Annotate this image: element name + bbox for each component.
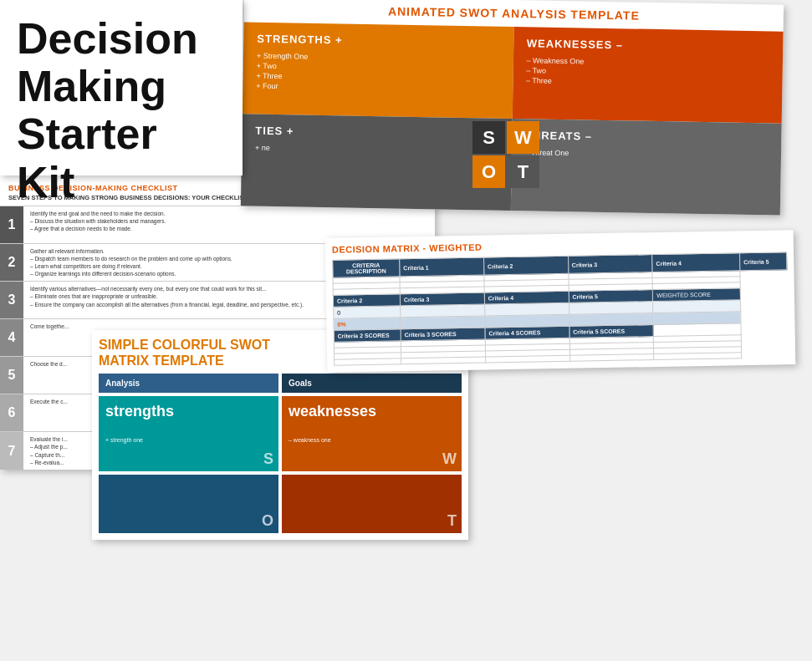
main-title: Decision Making Starter Kit (17, 15, 226, 206)
strengths-header: STRENGTHS + (257, 33, 500, 49)
checklist-num-5: 5 (0, 357, 23, 394)
criteria-2-header: Criteria 2 (483, 256, 568, 275)
s-letter: S (263, 450, 273, 468)
opportunity-item-1: + ne (255, 144, 498, 156)
main-container: ANIMATED SWOT ANALYSIS TEMPLATE STRENGTH… (0, 0, 812, 661)
criteria-5-header: Criteria 5 (739, 252, 786, 271)
criteria-2-row: Criteria 2 (333, 294, 400, 307)
percent-cell: 0% (334, 318, 401, 330)
title-panel: Decision Making Starter Kit (0, 0, 243, 175)
criteria-3-header: Criteria 3 (568, 255, 652, 274)
weaknesses-header: WEAKNESSES – (527, 37, 770, 53)
swot-strengths-cell: STRENGTHS + + Strength One + Two + Three… (243, 22, 513, 119)
score-label-2: Criteria 2 SCORES (334, 329, 401, 342)
swot-threats-cell: THREATS – – Threat One (510, 119, 781, 216)
swot-logo-s: S (472, 121, 505, 154)
weaknesses-label: weaknesses (289, 403, 455, 420)
criteria-1-header: Criteria 1 (400, 257, 484, 277)
checklist-num-2: 2 (0, 244, 23, 281)
criteria-desc-cell: CRITERIA DESCRIPTION (333, 259, 400, 277)
checklist-num-3: 3 (0, 282, 23, 318)
swot-strengths-box: strengths + strength one S (99, 396, 278, 471)
swot-weaknesses-box: weaknesses – weakness one W (282, 396, 462, 471)
swot-analysis-header: Analysis (99, 374, 278, 393)
checklist-num-6: 6 (0, 394, 23, 431)
t-letter: T (447, 512, 457, 530)
swot-logo-o: O (472, 155, 505, 188)
strength-one: + strength one (105, 437, 272, 443)
swot-opportunities-box: O (99, 475, 278, 533)
matrix-title: DECISION MATRIX - WEIGHTED (332, 236, 787, 254)
swot-weaknesses-cell: WEAKNESSES – – Weakness One – Two – Thre… (512, 27, 783, 124)
simple-swot-title: SIMPLE COLORFUL SWOT (99, 338, 270, 352)
decision-matrix-panel: DECISION MATRIX - WEIGHTED CRITERIA DESC… (325, 230, 796, 373)
w-letter: W (442, 450, 457, 468)
swot-logo-t: T (507, 155, 539, 188)
threat-item-1: – Threat One (524, 148, 768, 160)
opportunities-header: TIES + (255, 125, 498, 141)
criteria-4-header: Criteria 4 (652, 253, 740, 272)
checklist-num-7: 7 (0, 432, 23, 469)
swot-opportunities-cell: TIES + + ne (241, 114, 512, 211)
matrix-table: CRITERIA DESCRIPTION Criteria 1 Criteria… (332, 252, 789, 365)
swot-logo: S W O T (472, 121, 539, 188)
checklist-num-1: 1 (0, 206, 23, 243)
swot-goals-header: Goals (282, 374, 462, 393)
o-letter: O (262, 512, 273, 530)
strengths-label: strengths (105, 403, 272, 420)
weakness-one: – weakness one (289, 437, 455, 443)
score-0: 0 (334, 306, 401, 318)
checklist-num-4: 4 (0, 319, 23, 356)
simple-swot-title2: MATRIX TEMPLATE (99, 353, 224, 368)
swot-threats-box: T (282, 475, 462, 533)
threats-header: THREATS – (525, 129, 769, 145)
swot-logo-w: W (507, 121, 539, 154)
